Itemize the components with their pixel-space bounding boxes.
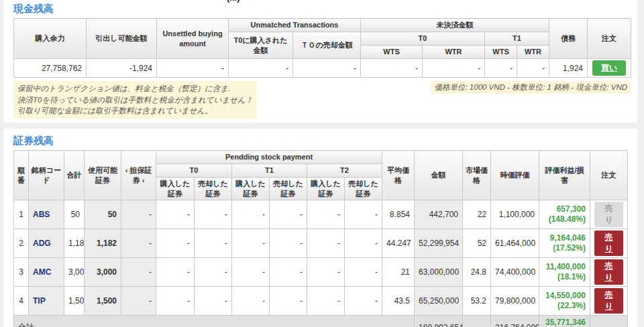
collateral-qty: - — [121, 200, 156, 229]
sell-button[interactable]: 売り — [594, 288, 623, 314]
row-no: 1 — [14, 200, 29, 229]
available-qty: 50 — [85, 200, 121, 229]
col-group-pending-amount: 未決済金額 — [361, 19, 549, 32]
row-no: 2 — [14, 229, 29, 258]
col-t1-bought-sec: 購入した証券 — [232, 178, 270, 200]
row-no: 4 — [14, 287, 29, 316]
row-no: 3 — [14, 258, 29, 287]
col-buying-power: 購入余力 — [14, 19, 87, 59]
unit-note: 価格単位: 1000 VND - 株数単位: 1 銘柄 - 現金単位: VND — [431, 81, 631, 94]
stock-code-link[interactable]: ABS — [29, 200, 64, 229]
t2-sold-qty: - — [345, 200, 382, 229]
t2-bought-qty: - — [307, 229, 345, 258]
total-market-price: - — [463, 316, 491, 327]
clipped-page-title: (...) — [227, 0, 267, 3]
stock-code-link[interactable]: AMC — [29, 258, 64, 287]
collateral-qty: - — [121, 287, 156, 316]
t0-sold-qty: - — [195, 229, 232, 258]
buying-power-value: 27,758,762 — [14, 59, 87, 78]
col-t0-sold: ＴＯの売却金額 — [293, 32, 361, 59]
cash-notes: 保留中のトランザクション値は、料金と税金（暫定）に含ま. 決済T0を待っている値… — [13, 81, 257, 119]
profit-loss-value: 9,164,046 (17.52%) — [539, 229, 590, 258]
col-profit-loss: 評価利益/損害 — [539, 151, 590, 200]
t1-sold-qty: - — [270, 287, 307, 316]
stock-code-link[interactable]: ADG — [29, 229, 64, 258]
t2-sold-qty: - — [345, 287, 382, 316]
t0-wts-value: - — [361, 59, 423, 78]
t0-bought-value: - — [229, 59, 293, 78]
col-total: 合計 — [64, 151, 85, 200]
t2-sold-qty: - — [345, 258, 382, 287]
avg-price: 44.247 — [382, 229, 415, 258]
t2-sold-qty: - — [345, 229, 382, 258]
col-group-t2: T2 — [307, 164, 382, 178]
buy-button[interactable]: 買い — [592, 60, 626, 76]
t1-sold-qty: - — [270, 229, 307, 258]
sell-button[interactable]: 売り — [594, 202, 623, 227]
total-order-cell — [590, 316, 628, 327]
collateral-qty: - — [121, 258, 156, 287]
col-t0-wts: WTS — [361, 46, 423, 59]
col-t1-sold-sec: 売却した証券 — [270, 178, 307, 200]
market-value: 74,400,000 — [491, 258, 539, 287]
securities-balance-table: 順番 銘柄コード 合計 使用可能証券 ‹ 担保証券 › Pendding sto… — [13, 150, 628, 327]
t0-sold-qty: - — [195, 200, 232, 229]
profit-loss-value: 14,550,000 (22.3%) — [539, 287, 590, 316]
sell-button[interactable]: 売り — [594, 259, 623, 285]
t0-sold-qty: - — [195, 258, 232, 287]
col-amount: 金額 — [415, 151, 463, 200]
col-t0-wtr: WTR — [423, 46, 485, 59]
col-t2-sold-sec: 売却した証券 — [345, 178, 382, 200]
t0-bought-qty: - — [156, 287, 195, 316]
total-profit-loss: 35,771,346 (19.76%) — [539, 316, 590, 327]
collateral-qty: - — [121, 229, 156, 258]
withdrawable-value: -1,924 — [87, 59, 157, 78]
col-t0-bought-sec: 購入した証券 — [156, 178, 195, 200]
col-group-t0: T0 — [156, 164, 232, 178]
col-order: 注文 — [588, 19, 631, 59]
col-t0-sold-sec: 売却した証券 — [195, 178, 232, 200]
col-t1-wtr: WTR — [517, 46, 549, 59]
cash-balance-title: 現金残高 — [13, 3, 631, 15]
col-market-value: 時価評価 — [491, 151, 539, 200]
total-qty: 1,182 — [64, 229, 85, 258]
sell-button[interactable]: 売り — [594, 231, 623, 256]
t1-wtr-value: - — [517, 59, 549, 78]
col-code: 銘柄コード — [29, 151, 64, 200]
market-price: 53.2 — [463, 287, 491, 316]
col-t1-wts: WTS — [485, 46, 517, 59]
col-group-t0: T0 — [361, 32, 485, 46]
col-no: 順番 — [14, 151, 29, 200]
avg-price: 43.5 — [382, 287, 415, 316]
amount: 442,700 — [415, 200, 463, 229]
amount: 65,250,000 — [415, 287, 463, 316]
available-qty: 1,182 — [85, 229, 121, 258]
t1-bought-qty: - — [232, 200, 270, 229]
stock-code-link[interactable]: TIP — [29, 287, 64, 316]
t1-bought-qty: - — [232, 229, 270, 258]
t1-sold-qty: - — [270, 200, 307, 229]
avg-price: 21 — [382, 258, 415, 287]
t0-bought-qty: - — [156, 200, 195, 229]
col-group-unmatched: Unmatched Transactions — [229, 19, 361, 32]
avg-price: 8.854 — [382, 200, 415, 229]
table-row: 3 AMC 3,000 3,000 - - - - - - - 21 63,00… — [14, 258, 628, 287]
market-value: 1,100,000 — [491, 200, 539, 229]
col-available: 使用可能証券 — [85, 151, 121, 200]
available-qty: 3,000 — [85, 258, 121, 287]
t2-bought-qty: - — [307, 200, 345, 229]
col-t0-bought: T0に購入された金額 — [229, 32, 293, 59]
col-collateral: ‹ 担保証券 › — [121, 151, 156, 200]
market-price: 24.8 — [463, 258, 491, 287]
unsettled-buying-value: - — [157, 59, 229, 78]
col-group-t1: T1 — [232, 164, 307, 178]
market-value: 61,464,000 — [491, 229, 539, 258]
total-amount: 180,992,654 — [415, 316, 463, 327]
t0-sold-value: - — [293, 59, 361, 78]
market-price: 52 — [463, 229, 491, 258]
table-row: 2 ADG 1,182 1,182 - - - - - - - 44.247 5… — [14, 229, 628, 258]
securities-balance-title: 証券残高 — [13, 135, 631, 147]
t1-bought-qty: - — [232, 287, 270, 316]
securities-balance-panel: 証券残高 順番 銘柄コード 合計 使用可能証券 ‹ 担保証券 › Penddin… — [3, 129, 637, 327]
t0-wtr-value: - — [423, 59, 485, 78]
